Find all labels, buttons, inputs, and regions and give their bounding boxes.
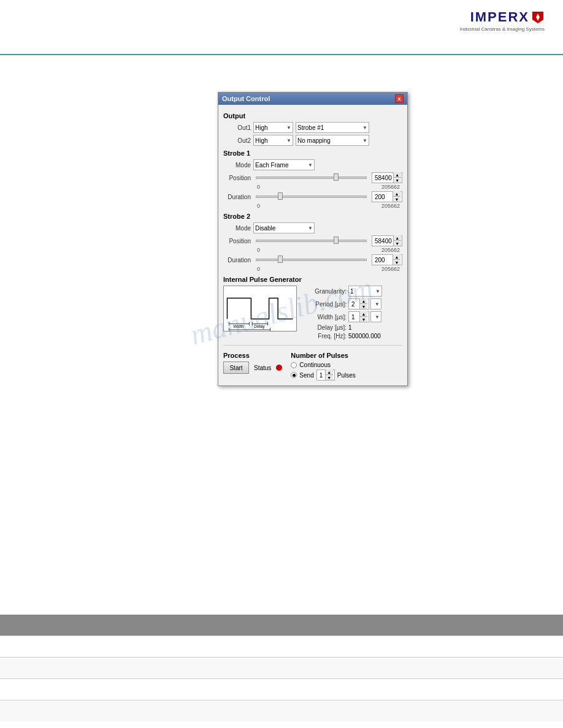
pulses-section-label: Number of Pulses [291,352,355,359]
spin-down-icon[interactable]: ▼ [393,197,400,202]
strobe1-position-labels: 0 205662 [223,184,402,190]
strobe2-position-labels: 0 205662 [223,247,402,253]
spin-down-icon[interactable]: ▼ [326,375,333,381]
logo-icon [531,10,545,24]
strobe1-position-thumb[interactable] [334,173,339,181]
table-row [0,658,563,679]
process-row: Start Status [223,362,282,374]
strobe2-section-label: Strobe 2 [223,213,402,220]
ipg-section: Width Delay Period [223,286,402,341]
strobe2-position-container: Position 58400 ▲ ▼ 0 20566 [223,235,402,253]
spin-up-icon[interactable]: ▲ [394,172,401,178]
start-button[interactable]: Start [223,362,249,374]
spin-up-icon[interactable]: ▲ [360,311,367,317]
spin-up-icon[interactable]: ▲ [326,370,333,375]
strobe1-duration-spin-arrows[interactable]: ▲ ▼ [393,191,400,202]
pulse-diagram: Width Delay Period [223,286,297,332]
strobe2-position-spin-arrows[interactable]: ▲ ▼ [393,235,401,246]
width-unit-dropdown[interactable]: ▼ [370,311,381,322]
chevron-down-icon: ▼ [375,301,380,307]
width-spinbox[interactable]: 1 ▲ ▼ [348,311,369,322]
strobe1-position-spinbox[interactable]: 58400 ▲ ▼ [372,172,402,183]
spin-down-icon[interactable]: ▼ [394,241,401,246]
delay-label: Delay [µs]: [301,324,347,331]
strobe2-mode-dropdown[interactable]: Disable ▼ [253,222,315,233]
strobe2-duration-container: Duration 200 ▲ ▼ 0 205662 [223,254,402,272]
strobe2-duration-thumb[interactable] [278,256,283,263]
out1-value-dropdown[interactable]: High ▼ [253,122,293,133]
continuous-label: Continuous [299,362,331,368]
out2-label: Out2 [223,137,251,144]
bottom-table-section [0,615,563,728]
status-indicator [276,365,282,371]
strobe1-duration-container: Duration 200 ▲ ▼ 0 205662 [223,191,402,209]
continuous-row: Continuous [291,362,355,368]
chevron-down-icon: ▼ [375,289,380,294]
strobe2-duration-spinbox[interactable]: 200 ▲ ▼ [372,254,402,265]
process-label: Process [223,352,282,359]
period-spin-arrows[interactable]: ▲ ▼ [359,298,367,309]
strobe1-duration-label: Duration [223,194,251,200]
strobe2-duration-label: Duration [223,257,251,264]
chevron-down-icon: ▼ [308,226,313,231]
strobe2-mode-row: Mode Disable ▼ [223,222,402,233]
dialog-close-button[interactable]: x [395,94,404,103]
strobe2-position-spinbox[interactable]: 58400 ▲ ▼ [372,235,402,246]
send-spin-arrows[interactable]: ▲ ▼ [325,370,333,381]
strobe2-position-label: Position [223,238,251,245]
strobe1-position-container: Position 58400 ▲ ▼ 0 20566 [223,172,402,190]
spin-down-icon[interactable]: ▼ [360,304,367,309]
table-row [0,615,563,636]
out1-row: Out1 High ▼ Strobe #1 ▼ [223,122,402,133]
strobe1-position-label: Position [223,175,251,181]
send-radio[interactable] [291,372,297,378]
period-spinbox[interactable]: 2 ▲ ▼ [348,298,369,309]
strobe1-mode-dropdown[interactable]: Each Frame ▼ [253,159,315,170]
granularity-dropdown[interactable]: 1 ▼ [348,286,382,297]
strobe2-position-row: Position 58400 ▲ ▼ [223,235,402,246]
dialog-titlebar: Output Control x [218,93,407,105]
chevron-down-icon: ▼ [362,125,367,131]
svg-text:Delay: Delay [254,324,265,329]
out1-label: Out1 [223,124,251,131]
strobe2-duration-spin-arrows[interactable]: ▲ ▼ [393,254,400,265]
chevron-down-icon: ▼ [286,138,291,143]
strobe1-duration-spinbox[interactable]: 200 ▲ ▼ [372,191,402,202]
period-row: Period [µs]: 2 ▲ ▼ ▼ [301,298,402,309]
strobe1-position-spin-arrows[interactable]: ▲ ▼ [393,172,401,183]
pulse-diagram-svg: Width Delay Period [224,286,296,331]
period-label: Period [µs]: [301,301,347,308]
status-label: Status [254,365,271,371]
strobe2-position-thumb[interactable] [334,237,339,244]
spin-up-icon[interactable]: ▲ [360,298,367,304]
send-spinbox[interactable]: 1 ▲ ▼ [316,370,335,381]
spin-up-icon[interactable]: ▲ [393,191,400,197]
spin-down-icon[interactable]: ▼ [393,260,400,265]
freq-row: Freq. [Hz]: 500000.000 [301,333,402,339]
continuous-radio[interactable] [291,362,297,368]
spin-down-icon[interactable]: ▼ [394,178,401,183]
delay-row: Delay [µs]: 1 [301,324,402,331]
out2-mapping-dropdown[interactable]: No mapping ▼ [296,135,369,146]
strobe1-section-label: Strobe 1 [223,150,402,157]
width-spin-arrows[interactable]: ▲ ▼ [359,311,367,322]
strobe2-mode-label: Mode [223,225,251,232]
output-section-label: Output [223,112,402,119]
out1-mapping-dropdown[interactable]: Strobe #1 ▼ [296,122,369,133]
logo-text: IMPERX [470,9,529,25]
strobe2-duration-labels: 0 205662 [223,266,402,272]
strobe1-duration-thumb[interactable] [278,192,283,200]
freq-value: 500000.000 [348,333,381,339]
period-unit-dropdown[interactable]: ▼ [370,298,381,309]
spin-up-icon[interactable]: ▲ [393,254,400,260]
pulses-label: Pulses [337,372,356,379]
spin-up-icon[interactable]: ▲ [394,235,401,241]
spin-down-icon[interactable]: ▼ [360,317,367,322]
logo-subtitle: Industrial Cameras & Imaging Systems [460,26,545,32]
strobe1-duration-labels: 0 205662 [223,203,402,209]
strobe1-mode-label: Mode [223,162,251,169]
chevron-down-icon: ▼ [375,314,380,320]
strobe1-position-row: Position 58400 ▲ ▼ [223,172,402,183]
chevron-down-icon: ▼ [362,138,367,143]
out2-value-dropdown[interactable]: High ▼ [253,135,293,146]
